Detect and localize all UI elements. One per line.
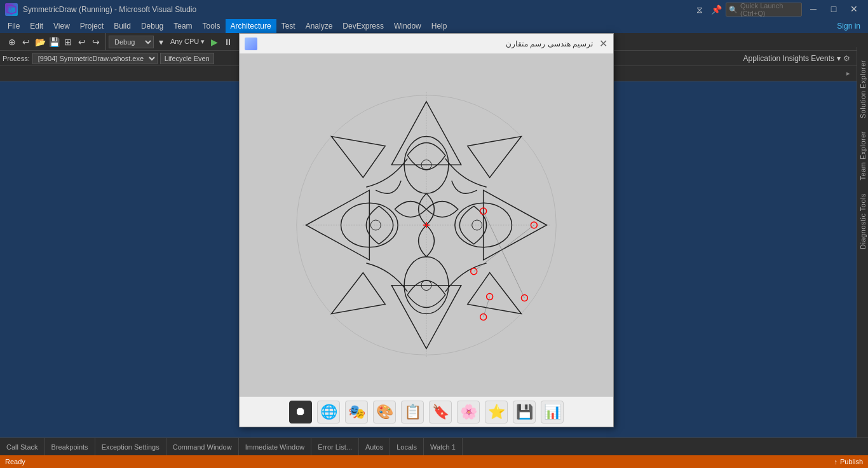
tab-breakpoints[interactable]: Breakpoints — [45, 438, 95, 455]
app-title-bar: ✕ ترسیم هندسی رسم متقارن — [240, 34, 613, 54]
save-btn[interactable]: 💾 — [47, 35, 61, 49]
tool-record-btn[interactable]: ⏺ — [289, 401, 312, 423]
process-select[interactable]: [9904] SymmetricDraw.vshost.exe — [32, 53, 158, 64]
menu-build[interactable]: Build — [109, 19, 136, 33]
start-btn[interactable]: ▶ — [207, 35, 221, 49]
redo-btn[interactable]: ↪ — [89, 35, 103, 49]
undo-btn[interactable]: ↩ — [75, 35, 89, 49]
tab-autos[interactable]: Autos — [359, 438, 390, 455]
insights-dropdown-btn[interactable]: ▾ — [837, 54, 841, 63]
menu-project[interactable]: Project — [75, 19, 109, 33]
pause-btn[interactable]: ⏸ — [221, 35, 235, 49]
status-ready-text: Ready — [5, 458, 25, 465]
close-button[interactable]: ✕ — [845, 3, 863, 15]
filter-icon[interactable]: ⧖ — [693, 3, 707, 17]
menu-test[interactable]: Test — [276, 19, 301, 33]
quick-launch[interactable]: 🔍 Quick Launch (Ctrl+Q) — [726, 3, 802, 17]
solution-explorer-label[interactable]: Solution Explorer — [859, 60, 867, 118]
menu-debug[interactable]: Debug — [136, 19, 168, 33]
tab-call-stack[interactable]: Call Stack — [0, 438, 45, 455]
vs-logo: VS — [5, 3, 18, 16]
status-bar: Ready ↑ Publish — [0, 455, 868, 468]
app-icon — [245, 38, 257, 50]
app-title: ترسیم هندسی رسم متقارن — [257, 39, 595, 48]
right-panel: Solution Explorer Team Explorer Diagnost… — [857, 47, 868, 437]
tool-clipboard-btn[interactable]: 📋 — [401, 401, 424, 423]
tool-stamp-btn[interactable]: 🎭 — [345, 401, 368, 423]
minimize-button[interactable]: ─ — [804, 3, 822, 15]
app-close-button[interactable]: ✕ — [595, 36, 611, 52]
tab-exception-settings[interactable]: Exception Settings — [95, 438, 166, 455]
menu-window[interactable]: Window — [389, 19, 426, 33]
tab-command-window[interactable]: Command Window — [166, 438, 239, 455]
publish-button[interactable]: ↑ Publish — [834, 458, 863, 465]
restore-button[interactable]: □ — [825, 3, 843, 15]
tool-globe-btn[interactable]: 🌐 — [317, 401, 340, 423]
svg-text:VS: VS — [9, 8, 15, 12]
menu-edit[interactable]: Edit — [25, 19, 48, 33]
new-btn[interactable]: ⊕ — [5, 35, 19, 49]
debug-target-btn[interactable]: ▾ — [154, 35, 168, 49]
title-bar: VS SymmetricDraw (Running) - Microsoft V… — [0, 0, 868, 19]
tool-flower-btn[interactable]: 🌸 — [457, 401, 480, 423]
insights-settings-btn[interactable]: ⚙ — [843, 54, 850, 63]
anycpu-label: Any CPU ▾ — [168, 38, 207, 46]
save-all-btn[interactable]: ⊞ — [61, 35, 75, 49]
tab-error-list[interactable]: Error List... — [311, 438, 359, 455]
tool-save-btn[interactable]: 💾 — [513, 401, 536, 423]
menu-bar: File Edit View Project Build Debug Team … — [0, 19, 868, 33]
app-window: ✕ ترسیم هندسی رسم متقارن — [239, 33, 614, 427]
diagnostic-tools-label[interactable]: Diagnostic Tools — [859, 193, 867, 249]
lifecycle-events-btn[interactable]: Lifecycle Even — [160, 53, 214, 64]
menu-help[interactable]: Help — [426, 19, 452, 33]
menu-view[interactable]: View — [48, 19, 75, 33]
pin-icon[interactable]: 📌 — [709, 3, 723, 17]
menu-analyze[interactable]: Analyze — [301, 19, 338, 33]
app-toolbar: ⏺ 🌐 🎭 🎨 📋 🔖 🌸 ⭐ 💾 📊 — [240, 396, 613, 427]
insights-filter: ▸ — [846, 69, 850, 78]
tool-star-btn[interactable]: ⭐ — [485, 401, 508, 423]
window-controls: ⧖ 📌 🔍 Quick Launch (Ctrl+Q) ─ □ ✕ — [693, 3, 863, 17]
insights-label: Application Insights Events — [743, 54, 834, 63]
nav-toolbar: ⊕ ↩ 📂 💾 ⊞ ↩ ↪ — [3, 33, 106, 50]
back-btn[interactable]: ↩ — [19, 35, 33, 49]
tool-bookmark-btn[interactable]: 🔖 — [429, 401, 452, 423]
title-text: SymmetricDraw (Running) - Microsoft Visu… — [23, 5, 196, 14]
menu-devexpress[interactable]: DevExpress — [337, 19, 389, 33]
drawing-area[interactable] — [240, 54, 613, 396]
insights-section: Application Insights Events ▾ ⚙ — [743, 54, 865, 63]
tab-locals[interactable]: Locals — [390, 438, 424, 455]
bottom-tabs: Call Stack Breakpoints Exception Setting… — [0, 437, 868, 455]
tool-chart-btn[interactable]: 📊 — [541, 401, 564, 423]
debug-config-select[interactable]: Debug Release — [109, 36, 154, 48]
process-label: Process: — [3, 55, 30, 62]
menu-architecture[interactable]: Architecture — [226, 19, 276, 33]
tab-watch1[interactable]: Watch 1 — [424, 438, 463, 455]
publish-arrow-icon: ↑ — [834, 458, 837, 465]
tool-color-btn[interactable]: 🎨 — [373, 401, 396, 423]
menu-tools[interactable]: Tools — [198, 19, 226, 33]
menu-file[interactable]: File — [3, 19, 25, 33]
tab-immediate-window[interactable]: Immediate Window — [239, 438, 312, 455]
menu-team[interactable]: Team — [168, 19, 197, 33]
publish-label: Publish — [840, 458, 863, 465]
sign-in-link[interactable]: Sign in — [832, 20, 865, 32]
team-explorer-label[interactable]: Team Explorer — [859, 131, 867, 180]
open-btn[interactable]: 📂 — [33, 35, 47, 49]
